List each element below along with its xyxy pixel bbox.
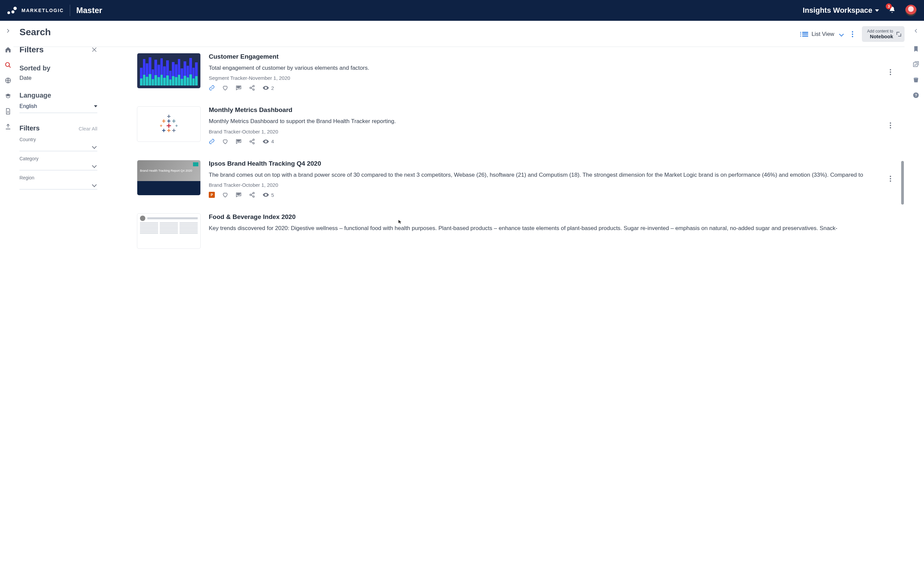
share-icon[interactable] (249, 85, 255, 91)
result-more-menu[interactable] (890, 176, 891, 182)
filters-label: Filters (20, 124, 40, 132)
comment-icon[interactable] (236, 192, 242, 198)
svg-point-14 (253, 142, 254, 144)
result-actions: 2 (209, 85, 882, 91)
right-rail: ? (908, 21, 924, 562)
notebook-line1: Add content to (867, 29, 893, 33)
svg-rect-20 (914, 63, 918, 67)
link-icon[interactable] (209, 139, 215, 145)
collection-check-icon[interactable] (913, 61, 919, 68)
result-more-menu[interactable] (890, 123, 891, 129)
svg-rect-5 (237, 87, 240, 87)
result-description: Key trends discovered for 2020: Digestiv… (209, 224, 894, 233)
logo-icon (8, 7, 18, 14)
svg-text:?: ? (915, 93, 917, 97)
comment-icon[interactable] (236, 139, 242, 145)
notebook-line2: Notebook (867, 33, 893, 39)
result-source: Brand Tracker-October 1, 2020 (209, 182, 882, 188)
view-count: 4 (262, 139, 274, 144)
svg-point-18 (250, 194, 251, 196)
education-icon[interactable] (5, 93, 11, 99)
powerpoint-badge-icon: P (209, 192, 215, 198)
caret-down-icon (875, 9, 879, 12)
svg-rect-10 (237, 140, 240, 140)
share-icon[interactable] (249, 139, 255, 145)
result-title[interactable]: Food & Beverage Index 2020 (209, 213, 894, 221)
svg-point-8 (250, 87, 251, 89)
brand-block: MARKETLOGIC (8, 7, 64, 14)
result-thumbnail: Brand Health Tracking Report Q4 2020 (137, 160, 201, 196)
expand-left-icon[interactable] (5, 27, 11, 34)
brand-text: MARKETLOGIC (21, 8, 64, 13)
globe-icon[interactable] (5, 77, 11, 84)
result-title[interactable]: Ipsos Brand Health Tracking Q4 2020 (209, 160, 882, 167)
result-title[interactable]: Monthly Metrics Dashboard (209, 106, 882, 114)
clear-all-button[interactable]: Clear All (78, 126, 98, 132)
view-count: 5 (262, 192, 274, 198)
link-icon[interactable] (209, 85, 215, 91)
eye-icon (262, 139, 269, 144)
scrollbar[interactable] (900, 47, 904, 562)
close-filters-icon[interactable] (91, 46, 98, 53)
view-count: 2 (262, 85, 274, 91)
facet-country-select[interactable] (20, 142, 98, 151)
help-icon[interactable]: ? (913, 92, 919, 99)
svg-line-1 (9, 66, 11, 68)
svg-point-19 (253, 196, 254, 197)
result-card[interactable]: Monthly Metrics Dashboard Monthly Metric… (137, 106, 894, 144)
collapse-right-icon[interactable] (913, 27, 919, 34)
scrollbar-thumb[interactable] (901, 161, 904, 205)
result-card[interactable]: Customer Engagement Total engagement of … (137, 53, 894, 91)
result-card[interactable]: Brand Health Tracking Report Q4 2020 Ips… (137, 160, 894, 198)
svg-point-13 (250, 140, 251, 142)
result-card[interactable]: Food & Beverage Index 2020 Key trends di… (137, 213, 894, 249)
svg-point-17 (253, 193, 254, 194)
result-thumbnail (137, 106, 201, 142)
toolbar-more-menu[interactable] (852, 31, 853, 37)
sorted-by-value[interactable]: Date (20, 75, 98, 81)
list-view-icon (802, 32, 808, 37)
document-icon[interactable] (5, 108, 11, 115)
language-value: English (20, 103, 37, 109)
heart-icon[interactable] (222, 139, 228, 145)
chevron-down-icon (839, 31, 844, 36)
top-nav: MARKETLOGIC Master Insights Workspace 3 (0, 0, 924, 21)
result-more-menu[interactable] (890, 69, 891, 75)
result-actions: P 5 (209, 192, 882, 198)
results-list: Customer Engagement Total engagement of … (100, 47, 904, 562)
results-toolbar: List View Add content to Notebook (14, 21, 904, 47)
facet-category-label: Category (20, 156, 98, 161)
facet-region-select[interactable] (20, 181, 98, 190)
user-avatar[interactable] (905, 5, 916, 16)
chevron-down-icon (92, 144, 97, 149)
upload-icon[interactable] (5, 123, 11, 130)
comment-icon[interactable] (236, 85, 242, 91)
view-switcher[interactable]: List View (802, 31, 843, 37)
heart-icon[interactable] (222, 85, 228, 91)
notifications-button[interactable]: 3 (888, 6, 896, 15)
workspace-dropdown[interactable]: Insights Workspace (803, 6, 879, 15)
bookmark-icon[interactable] (913, 46, 919, 52)
content-area: List View Add content to Notebook (100, 21, 908, 562)
facet-category-select[interactable] (20, 161, 98, 170)
search-icon[interactable] (5, 62, 11, 69)
divider (70, 5, 70, 16)
add-to-notebook-button[interactable]: Add content to Notebook (862, 26, 904, 42)
notification-badge: 3 (886, 3, 892, 9)
result-description: Total engagement of customer by various … (209, 64, 882, 72)
svg-point-0 (6, 63, 10, 67)
result-description: The brand comes out on top with a brand … (209, 171, 882, 179)
bucket-icon[interactable] (913, 76, 919, 83)
chevron-down-icon (94, 105, 98, 107)
svg-point-7 (253, 85, 254, 87)
heart-icon[interactable] (222, 192, 228, 198)
result-title[interactable]: Customer Engagement (209, 53, 882, 60)
language-select[interactable]: English (20, 102, 98, 113)
home-icon[interactable] (5, 46, 11, 53)
result-thumbnail (137, 53, 201, 88)
result-description: Monthly Metrics Dashboard to support the… (209, 117, 882, 126)
svg-point-21 (914, 78, 918, 79)
result-thumbnail (137, 213, 201, 249)
svg-rect-16 (237, 194, 240, 195)
share-icon[interactable] (249, 192, 255, 198)
